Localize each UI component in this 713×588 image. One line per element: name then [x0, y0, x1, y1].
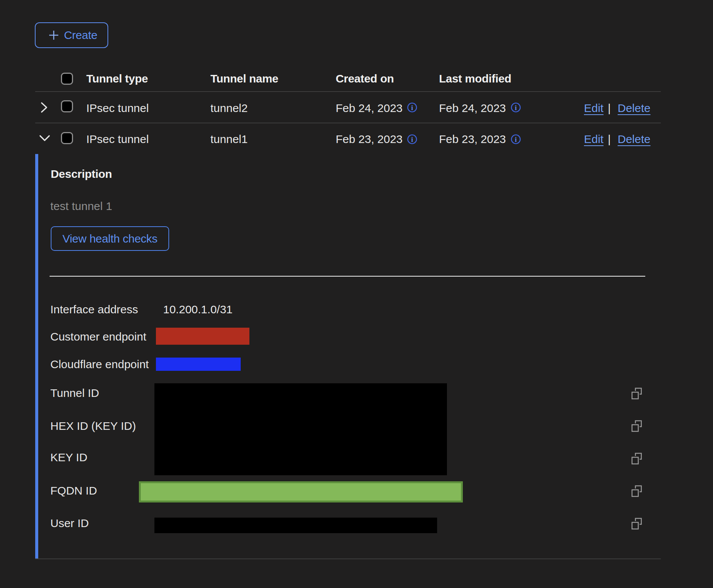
svg-text:i: i	[515, 135, 517, 143]
svg-text:i: i	[411, 104, 413, 112]
svg-text:i: i	[515, 104, 517, 112]
svg-text:i: i	[411, 135, 413, 143]
